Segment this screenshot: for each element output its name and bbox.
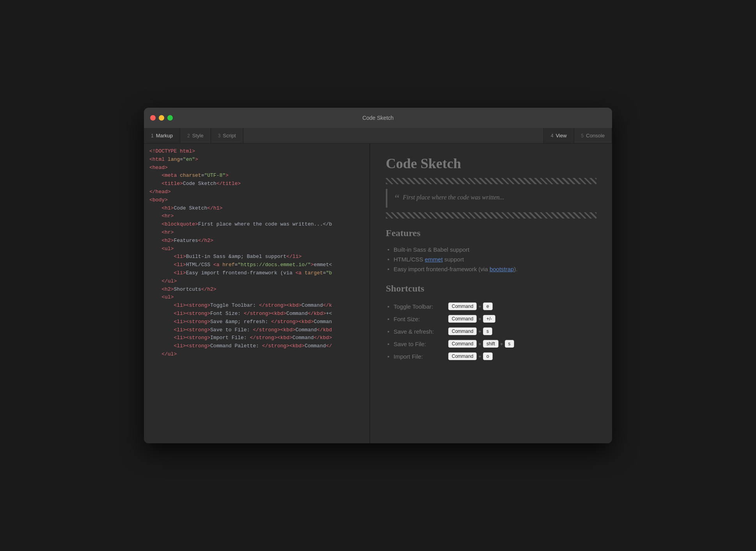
features-heading: Features — [386, 228, 596, 238]
title-bar: Code Sketch — [144, 108, 612, 128]
kbd-command: Command — [448, 302, 477, 310]
preview-main-title: Code Sketch — [386, 155, 596, 172]
kbd-o: o — [483, 352, 493, 360]
editor-tabs: 1 Markup 2 Style 3 Script — [144, 128, 544, 143]
code-line: <li>Easy import frontend-framework (via … — [149, 269, 364, 277]
shortcut-keys: Command + s — [448, 327, 492, 335]
tab-style[interactable]: 2 Style — [180, 128, 211, 143]
shortcut-keys: Command + +/- — [448, 315, 495, 323]
emmet-link[interactable]: emmet — [425, 256, 443, 263]
code-line: <ul> — [149, 293, 364, 302]
editor-panel[interactable]: <!DOCTYPE html> <html lang="en"> <head> … — [144, 144, 370, 443]
shortcut-label: Font Size: — [394, 316, 448, 322]
kbd-plus-minus: +/- — [483, 315, 495, 323]
code-line: <blockquote>First place where the code w… — [149, 220, 364, 229]
minimize-button[interactable] — [159, 115, 164, 121]
code-line: <head> — [149, 164, 364, 172]
code-line: <li>HTML/CSS <a href="https://docs.emmet… — [149, 261, 364, 269]
code-line: <li><strong>Import File: </strong><kbd>C… — [149, 334, 364, 342]
kbd-command: Command — [448, 352, 477, 360]
code-line: <!DOCTYPE html> — [149, 148, 364, 156]
shortcut-save-refresh: Save & refresh: Command + s — [394, 325, 596, 338]
shortcuts-list: Toggle Toolbar: Command + e Font Size: C… — [394, 300, 596, 363]
shortcut-toggle-toolbar: Toggle Toolbar: Command + e — [394, 300, 596, 313]
kbd-shift: shift — [483, 340, 499, 348]
shortcut-keys: Command + e — [448, 302, 493, 310]
code-line: <h2>Features</h2> — [149, 237, 364, 245]
code-line: <li><strong>Save to File: </strong><kbd>… — [149, 326, 364, 334]
shortcut-keys: Command + shift + s — [448, 340, 514, 348]
preview-hr-bottom — [386, 212, 596, 219]
list-item: HTML/CSS emmet support — [394, 254, 596, 264]
code-line: <h1>Code Sketch</h1> — [149, 204, 364, 213]
tab-view[interactable]: 4 View — [544, 128, 574, 143]
code-line: <body> — [149, 196, 364, 204]
tab-bar: 1 Markup 2 Style 3 Script 4 View 5 Conso… — [144, 128, 612, 144]
tab-console[interactable]: 5 Console — [574, 128, 612, 143]
kbd-command: Command — [448, 315, 477, 323]
shortcuts-heading: Shortcuts — [386, 283, 596, 294]
traffic-lights — [150, 115, 173, 121]
list-item: Easy import frontend-framework (via boot… — [394, 264, 596, 274]
code-line: <li><strong>Font Size: </strong><kbd>Com… — [149, 310, 364, 318]
code-line: <title>Code Sketch</title> — [149, 180, 364, 188]
code-line: <html lang="en"> — [149, 156, 364, 164]
bootstrap-link[interactable]: bootstrap — [490, 266, 514, 272]
kbd-e: e — [483, 302, 493, 310]
code-line: <li><strong>Command Palette: </strong><k… — [149, 342, 364, 350]
code-line: <li><strong>Toggle Toolbar: </strong><kb… — [149, 302, 364, 310]
shortcut-font-size: Font Size: Command + +/- — [394, 313, 596, 325]
code-line: <h2>Shortcuts</h2> — [149, 286, 364, 294]
maximize-button[interactable] — [167, 115, 173, 121]
code-line: </ul> — [149, 350, 364, 359]
preview-blockquote: First place where the code was written..… — [386, 189, 596, 208]
shortcut-import-file: Import File: Command + o — [394, 350, 596, 363]
kbd-s: s — [505, 340, 514, 348]
kbd-command: Command — [448, 340, 477, 348]
code-line: <hr> — [149, 212, 364, 220]
code-line: <ul> — [149, 245, 364, 253]
shortcut-label: Save to File: — [394, 341, 448, 347]
tab-markup[interactable]: 1 Markup — [144, 128, 180, 143]
preview-panel[interactable]: Code Sketch First place where the code w… — [370, 144, 612, 443]
features-list: Built-in Sass & Babel support HTML/CSS e… — [394, 245, 596, 274]
window-title: Code Sketch — [362, 115, 394, 121]
shortcut-save-file: Save to File: Command + shift + s — [394, 338, 596, 350]
tab-script[interactable]: 3 Script — [211, 128, 243, 143]
kbd-command: Command — [448, 327, 477, 335]
close-button[interactable] — [150, 115, 156, 121]
code-line: </head> — [149, 188, 364, 196]
code-line: </ul> — [149, 277, 364, 286]
code-line: <hr> — [149, 229, 364, 237]
app-window: Code Sketch 1 Markup 2 Style 3 Script 4 … — [144, 108, 612, 443]
code-line: <li><strong>Save &amp; refresh: </strong… — [149, 318, 364, 326]
shortcut-label: Save & refresh: — [394, 328, 448, 335]
preview-hr-top — [386, 178, 596, 184]
shortcut-label: Toggle Toolbar: — [394, 303, 448, 310]
shortcut-label: Import File: — [394, 353, 448, 360]
code-line: <meta charset="UTF-8"> — [149, 172, 364, 180]
shortcut-keys: Command + o — [448, 352, 493, 360]
kbd-s: s — [483, 327, 492, 335]
code-line: <li>Built-in Sass &amp; Babel support</l… — [149, 253, 364, 261]
preview-tabs: 4 View 5 Console — [544, 128, 612, 143]
list-item: Built-in Sass & Babel support — [394, 245, 596, 254]
main-content: <!DOCTYPE html> <html lang="en"> <head> … — [144, 144, 612, 443]
